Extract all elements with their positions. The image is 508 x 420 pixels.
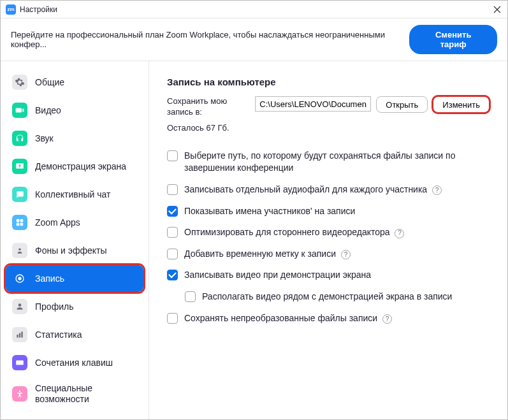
svg-point-12 (19, 391, 20, 392)
chat-icon (12, 187, 27, 202)
option-row-5: Записывать видео при демонстрации экрана (167, 264, 490, 286)
close-button[interactable] (492, 4, 502, 15)
profile-icon (12, 299, 27, 314)
checkbox[interactable] (167, 150, 178, 161)
sidebar-item-statistics[interactable]: Статистика (6, 321, 143, 348)
video-icon (12, 103, 27, 118)
help-icon[interactable]: ? (341, 250, 351, 259)
checkbox[interactable] (167, 313, 178, 324)
checkbox[interactable] (167, 206, 178, 217)
checkbox[interactable] (167, 184, 178, 195)
titlebar: zm Настройки (1, 1, 507, 18)
checkbox[interactable] (167, 270, 178, 280)
settings-window: zm Настройки Перейдите на профессиональн… (0, 0, 508, 420)
sidebar-item-general[interactable]: Общие (6, 69, 143, 96)
record-icon (12, 271, 27, 286)
gear-icon (12, 75, 27, 90)
sidebar-label: Звук (35, 133, 54, 144)
recording-path-row: Сохранить мою запись в: Открыть Изменить (167, 96, 490, 118)
option-label: Сохранять непреобразованные файлы записи… (184, 312, 490, 325)
option-row-4: Добавить временную метку к записи ? (167, 243, 490, 265)
svg-rect-11 (16, 361, 24, 365)
sidebar-item-accessibility[interactable]: Специальные возможности (6, 377, 143, 410)
sidebar-item-audio[interactable]: Звук (6, 125, 143, 152)
help-icon[interactable]: ? (432, 185, 442, 195)
svg-rect-1 (20, 219, 24, 222)
upgrade-banner: Перейдите на профессиональный план Zoom … (1, 18, 507, 61)
svg-rect-2 (17, 223, 20, 226)
banner-text: Перейдите на профессиональный план Zoom … (11, 30, 409, 49)
sidebar-label: Коллективный чат (35, 189, 110, 200)
sidebar-item-share-screen[interactable]: Демонстрация экрана (6, 153, 143, 180)
option-label: Оптимизировать для стороннего видеоредак… (184, 226, 490, 239)
sidebar-label: Общие (35, 77, 64, 88)
sidebar-label: Zoom Apps (35, 217, 80, 228)
checkbox[interactable] (185, 291, 196, 302)
option-label: Располагать видео рядом с демонстрацией … (202, 291, 490, 303)
option-label: Добавить временную метку к записи ? (184, 248, 490, 261)
change-plan-button[interactable]: Сменить тариф (409, 25, 497, 54)
open-folder-button[interactable]: Открыть (376, 96, 428, 113)
option-label: Выберите путь, по которому будут сохраня… (184, 150, 490, 175)
sidebar: Общие Видео Звук Демонстрация экрана (1, 61, 149, 419)
svg-rect-0 (17, 219, 20, 222)
svg-rect-10 (21, 331, 22, 337)
content-area: Общие Видео Звук Демонстрация экрана (1, 61, 507, 419)
sidebar-item-video[interactable]: Видео (6, 97, 143, 124)
section-title: Запись на компьютере (167, 76, 490, 87)
zoom-app-icon: zm (6, 4, 16, 15)
option-row-0: Выберите путь, по которому будут сохраня… (167, 145, 490, 179)
sidebar-item-zoom-apps[interactable]: Zoom Apps (6, 209, 143, 236)
sidebar-label: Сочетания клавиш (35, 358, 113, 368)
option-row-6: Располагать видео рядом с демонстрацией … (167, 286, 490, 308)
sidebar-label: Запись (35, 273, 64, 284)
background-icon (12, 243, 27, 258)
checkbox[interactable] (167, 227, 178, 238)
keyboard-icon (12, 355, 27, 370)
sidebar-item-keyboard-shortcuts[interactable]: Сочетания клавиш (6, 349, 143, 376)
headphones-icon (12, 131, 27, 146)
sidebar-item-backgrounds[interactable]: Фоны и эффекты (6, 237, 143, 264)
recording-path-input[interactable] (255, 96, 371, 112)
option-label: Показывать имена участников' на записи (184, 205, 490, 218)
accessibility-icon (12, 386, 27, 402)
option-row-2: Показывать имена участников' на записи (167, 201, 490, 222)
svg-point-4 (18, 249, 21, 251)
svg-point-6 (18, 277, 21, 280)
sidebar-label: Профиль (35, 301, 73, 312)
help-icon[interactable]: ? (395, 229, 404, 238)
main-panel: Запись на компьютере Сохранить мою запис… (149, 61, 507, 419)
change-folder-button[interactable]: Изменить (433, 96, 490, 113)
sidebar-item-recording[interactable]: Запись (6, 265, 143, 292)
option-row-1: Записывать отдельный аудиофайл для каждо… (167, 179, 490, 201)
help-icon[interactable]: ? (382, 314, 392, 324)
svg-point-7 (18, 303, 22, 307)
sidebar-label: Специальные возможности (35, 383, 137, 405)
sidebar-item-profile[interactable]: Профиль (6, 293, 143, 320)
option-label: Записывать видео при демонстрации экрана (184, 269, 490, 282)
window-title: Настройки (20, 5, 492, 14)
option-row-7: Сохранять непреобразованные файлы записи… (167, 308, 490, 329)
remaining-space: Осталось 67 Гб. (167, 123, 490, 133)
sidebar-label: Видео (35, 105, 61, 116)
option-label: Записывать отдельный аудиофайл для каждо… (184, 184, 490, 196)
close-icon (493, 6, 501, 13)
sidebar-item-team-chat[interactable]: Коллективный чат (6, 181, 143, 208)
sidebar-label: Демонстрация экрана (35, 161, 126, 172)
share-screen-icon (12, 159, 27, 174)
svg-rect-3 (20, 223, 24, 226)
checkbox[interactable] (167, 249, 178, 259)
option-row-3: Оптимизировать для стороннего видеоредак… (167, 222, 490, 243)
path-label: Сохранить мою запись в: (167, 96, 250, 118)
stats-icon (12, 327, 27, 342)
svg-rect-8 (17, 335, 18, 338)
sidebar-label: Фоны и эффекты (35, 245, 107, 256)
apps-icon (12, 215, 27, 230)
sidebar-label: Статистика (35, 329, 82, 340)
svg-rect-9 (19, 333, 20, 338)
